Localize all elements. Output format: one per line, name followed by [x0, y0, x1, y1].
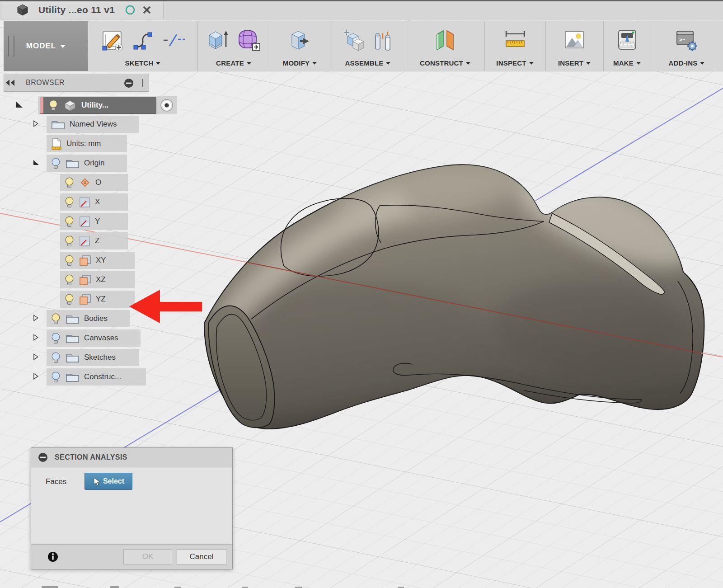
group-label-modify[interactable]: MODIFY: [283, 59, 310, 67]
toolbar-grip[interactable]: [8, 36, 14, 56]
group-label-make[interactable]: MAKE: [613, 59, 634, 67]
browser-item-units-mm[interactable]: Units: mm: [47, 135, 127, 152]
chevron-down-icon[interactable]: [247, 62, 251, 65]
workspace-selector[interactable]: MODEL: [4, 21, 88, 71]
toolbar-group-make: MAKE: [603, 21, 651, 71]
bulb-icon[interactable]: [51, 332, 61, 344]
group-label-inspect[interactable]: INSPECT: [496, 59, 526, 67]
workspace-label: MODEL: [26, 42, 56, 51]
browser-item-named-views[interactable]: Named Views: [47, 116, 139, 133]
toolbar-group-sketch: SKETCH: [88, 21, 198, 71]
component-cube-icon: [63, 99, 77, 112]
axis-icon: [79, 216, 91, 228]
bulb-icon[interactable]: [64, 293, 75, 306]
create-sketch-icon[interactable]: [100, 28, 124, 52]
browser-item-z[interactable]: Z: [60, 232, 128, 249]
item-label: Construc...: [84, 372, 121, 381]
timeline-sliver: [42, 586, 404, 588]
bulb-icon[interactable]: [51, 352, 61, 364]
form-icon[interactable]: [236, 28, 262, 52]
cancel-button[interactable]: Cancel: [177, 549, 226, 564]
3d-print-icon[interactable]: [615, 28, 639, 52]
expander-origin[interactable]: [33, 159, 40, 166]
measure-icon[interactable]: [502, 28, 528, 52]
expander-sketches[interactable]: [33, 353, 39, 361]
select-faces-button[interactable]: Select: [85, 473, 132, 490]
folder-icon: [65, 158, 80, 169]
expander-construc-[interactable]: [33, 372, 39, 380]
chevron-down-icon[interactable]: [586, 62, 591, 65]
item-label: Canvases: [84, 334, 118, 343]
chevron-down-icon[interactable]: [529, 62, 534, 65]
scripts-addins-icon[interactable]: >-: [674, 28, 700, 52]
expander-root[interactable]: [15, 100, 23, 108]
browser-item-canvases[interactable]: Canvases: [47, 329, 141, 347]
chevron-down-icon[interactable]: [636, 62, 641, 65]
browser-item-sketches[interactable]: Sketches: [47, 349, 139, 366]
line-icon[interactable]: [161, 28, 186, 52]
bulb-icon[interactable]: [64, 177, 75, 189]
chevron-down-icon[interactable]: [312, 62, 317, 65]
dialog-minimize-icon[interactable]: [38, 452, 48, 463]
group-label-create[interactable]: CREATE: [216, 59, 244, 67]
dialog-body: Faces Select: [31, 467, 232, 545]
group-label-sketch[interactable]: SKETCH: [125, 59, 154, 67]
new-component-icon[interactable]: [341, 28, 366, 52]
browser-item-x[interactable]: X: [60, 193, 128, 211]
extrude-box-icon[interactable]: [206, 28, 230, 52]
browser-title: BROWSER: [26, 79, 65, 87]
dialog-header[interactable]: SECTION ANALYSIS: [31, 448, 232, 467]
browser-item-yz[interactable]: YZ: [60, 291, 135, 308]
browser-root-selection[interactable]: Utility...: [40, 97, 156, 114]
group-label-assemble[interactable]: ASSEMBLE: [345, 59, 384, 67]
browser-item-origin[interactable]: Origin: [47, 155, 127, 172]
browser-root-row[interactable]: Utility...: [38, 96, 177, 114]
browser-item-xz[interactable]: XZ: [60, 271, 135, 288]
browser-item-y[interactable]: Y: [60, 213, 128, 230]
chevron-down-icon[interactable]: [386, 62, 390, 65]
chevron-down-icon[interactable]: [156, 62, 160, 65]
chevron-down-icon[interactable]: [466, 62, 470, 65]
bulb-icon[interactable]: [51, 313, 61, 325]
item-label: Y: [95, 217, 100, 226]
3d-model-body[interactable]: [204, 151, 705, 447]
spline-icon[interactable]: [131, 28, 155, 52]
cursor-icon: [93, 477, 100, 486]
axis-icon: [79, 235, 91, 247]
browser-resize-handle[interactable]: [142, 79, 143, 87]
expander-bodies[interactable]: [33, 314, 39, 322]
bulb-icon[interactable]: [51, 157, 61, 169]
document-tab[interactable]: Utility ...eo 11 v1: [2, 1, 164, 19]
close-tab-icon[interactable]: [142, 5, 152, 15]
browser-item-construc-[interactable]: Construc...: [47, 368, 146, 386]
bulb-icon[interactable]: [48, 99, 59, 112]
ok-button[interactable]: OK: [123, 549, 172, 564]
press-pull-icon[interactable]: [287, 28, 313, 52]
browser-item-bodies[interactable]: Bodies: [47, 310, 130, 327]
joint-icon[interactable]: [372, 28, 394, 52]
ribbon-toolbar: MODEL: [4, 21, 723, 71]
browser-minimize-icon[interactable]: [123, 78, 134, 89]
group-label-addins[interactable]: ADD-INS: [669, 59, 698, 67]
document-title: Utility ...eo 11 v1: [38, 5, 115, 15]
bulb-icon[interactable]: [51, 371, 61, 383]
expander-canvases[interactable]: [33, 334, 39, 341]
collapse-browser-icon[interactable]: [4, 79, 19, 87]
bulb-icon[interactable]: [64, 235, 75, 247]
expander-named-views[interactable]: [33, 120, 39, 127]
browser-panel-header[interactable]: BROWSER: [4, 74, 149, 92]
bulb-icon[interactable]: [64, 216, 75, 228]
bulb-icon[interactable]: [64, 274, 75, 286]
bulb-icon[interactable]: [64, 196, 75, 208]
activate-component-radio[interactable]: [160, 99, 174, 112]
chevron-down-icon[interactable]: [700, 62, 704, 65]
group-label-construct[interactable]: CONSTRUCT: [420, 59, 463, 67]
info-icon[interactable]: [47, 551, 58, 562]
image-icon[interactable]: [562, 28, 587, 52]
browser-item-o[interactable]: O: [60, 174, 128, 191]
browser-item-xy[interactable]: XY: [60, 252, 135, 269]
section-analysis-dialog: SECTION ANALYSIS Faces Select OK Cancel: [31, 447, 233, 569]
construction-planes-icon[interactable]: [432, 28, 458, 52]
group-label-insert[interactable]: INSERT: [558, 59, 583, 67]
bulb-icon[interactable]: [64, 254, 75, 267]
